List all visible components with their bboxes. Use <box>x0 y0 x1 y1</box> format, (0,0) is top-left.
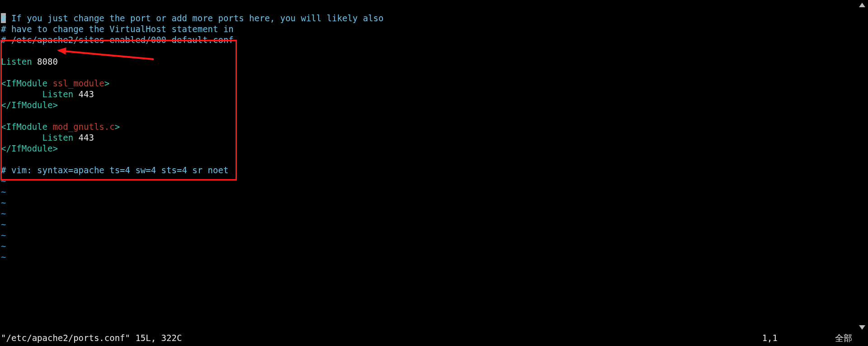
scroll-down-icon[interactable] <box>859 325 865 330</box>
end-of-buffer-line: ~ <box>1 241 6 251</box>
ifmodule-keyword: IfModule <box>6 78 47 88</box>
end-of-buffer-line: ~ <box>1 198 6 208</box>
comment-hash: # <box>1 165 6 175</box>
end-of-buffer-line: ~ <box>1 230 6 240</box>
end-of-buffer-line: ~ <box>1 219 6 229</box>
end-of-buffer-line: ~ <box>1 176 6 186</box>
ifmodule-arg: ssl_module <box>52 78 104 88</box>
ifmodule-open-bracket: < <box>1 122 6 132</box>
space <box>47 78 52 88</box>
listen-port: 443 <box>79 133 94 142</box>
comment-hash: # <box>1 35 6 45</box>
ifmodule-close-tag: </IfModule> <box>1 100 58 110</box>
ifmodule-open-bracket: < <box>1 78 6 88</box>
ifmodule-arg: mod_gnutls.c <box>52 122 114 132</box>
indent <box>1 89 42 100</box>
comment-hash: # <box>1 13 6 23</box>
vim-status-location: 全部 <box>835 332 852 343</box>
comment-line-2: have to change the VirtualHost statement… <box>6 24 233 34</box>
end-of-buffer-line: ~ <box>1 209 6 218</box>
listen-port: 8080 <box>37 57 58 66</box>
comment-line-3: /etc/apache2/sites-enabled/000-default.c… <box>6 35 233 45</box>
ifmodule-close-tag: </IfModule> <box>1 143 58 153</box>
ifmodule-close-bracket: > <box>115 122 120 132</box>
comment-line-1: If you just change the port or add more … <box>6 13 383 23</box>
indent <box>1 132 42 143</box>
vim-status-position: 1,1 <box>762 332 778 343</box>
comment-hash: # <box>1 24 6 34</box>
vim-editor-content[interactable]: # If you just change the port or add mor… <box>1 2 384 262</box>
scroll-up-icon[interactable] <box>859 3 865 7</box>
ifmodule-keyword: IfModule <box>6 122 47 132</box>
listen-port: 443 <box>79 89 94 99</box>
end-of-buffer-line: ~ <box>1 187 6 197</box>
listen-directive: Listen <box>42 133 74 142</box>
end-of-buffer-line: ~ <box>1 252 6 262</box>
space <box>47 122 52 132</box>
ifmodule-close-bracket: > <box>104 78 109 88</box>
vim-modeline: vim: syntax=apache ts=4 sw=4 sts=4 sr no… <box>6 165 228 175</box>
listen-directive: Listen <box>1 57 32 66</box>
vim-status-file: "/etc/apache2/ports.conf" 15L, 322C <box>1 332 182 343</box>
listen-directive: Listen <box>42 89 74 99</box>
